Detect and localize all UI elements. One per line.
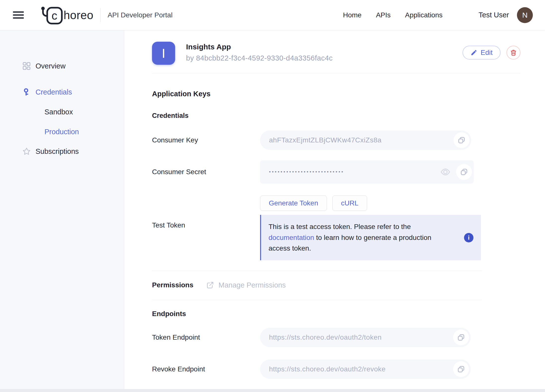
test-token-row: Test Token This is a test access token. …: [152, 215, 520, 260]
revoke-endpoint-label: Revoke Endpoint: [152, 365, 260, 373]
header-divider: [100, 8, 101, 22]
section-divider: [152, 73, 520, 73]
copy-icon: [458, 136, 465, 144]
consumer-key-label: Consumer Key: [152, 136, 260, 144]
key-icon: [22, 88, 31, 96]
consumer-key-row: Consumer Key ahFTazxEjmtZLBjCWKw47CxiZs8…: [152, 131, 520, 150]
manage-permissions-link[interactable]: Manage Permissions: [206, 281, 286, 289]
user-menu[interactable]: Test User N: [479, 7, 533, 23]
sidebar-item-credentials[interactable]: Credentials: [0, 85, 124, 99]
token-endpoint-row: Token Endpoint https://sts.choreo.dev/oa…: [152, 328, 520, 347]
nav-item-applications[interactable]: Applications: [405, 11, 443, 19]
app-header: I Insights App by 84bcbb22-f3c4-4592-933…: [152, 42, 520, 65]
edit-button[interactable]: Edit: [463, 46, 501, 60]
sidebar-item-production[interactable]: Production: [0, 124, 124, 139]
sidebar-item-label: Credentials: [36, 88, 72, 96]
revoke-endpoint-field: https://sts.choreo.dev/oauth2/revoke: [260, 359, 471, 379]
endpoints-title: Endpoints: [152, 310, 520, 318]
sidebar-item-label: Production: [44, 128, 79, 136]
token-endpoint-field: https://sts.choreo.dev/oauth2/token: [260, 328, 471, 347]
permissions-title: Permissions: [152, 281, 194, 289]
token-actions: Generate Token cURL: [260, 196, 520, 211]
token-endpoint-value: https://sts.choreo.dev/oauth2/token: [269, 333, 382, 341]
sidebar: Overview Credentials Sandbox Production: [0, 30, 124, 389]
svg-text:c: c: [52, 9, 57, 22]
hamburger-menu-icon[interactable]: [13, 10, 24, 20]
sidebar-item-label: Subscriptions: [36, 147, 79, 156]
test-token-info-box: This is a test access token. Please refe…: [260, 215, 481, 260]
credentials-title: Credentials: [152, 112, 520, 120]
consumer-secret-masked-value: ••••••••••••••••••••••••••: [269, 169, 344, 175]
application-keys-title: Application Keys: [152, 90, 520, 98]
nav-item-apis[interactable]: APIs: [376, 11, 390, 19]
show-secret-button[interactable]: [440, 166, 451, 177]
app-icon: I: [152, 42, 175, 65]
test-token-label: Test Token: [152, 215, 260, 229]
info-icon: i: [464, 233, 473, 242]
choreo-logo-mark: c: [40, 5, 63, 25]
main-content: I Insights App by 84bcbb22-f3c4-4592-933…: [124, 30, 545, 389]
portal-title: API Developer Portal: [108, 11, 172, 19]
sidebar-item-subscriptions[interactable]: Subscriptions: [0, 144, 124, 159]
edit-button-label: Edit: [481, 49, 493, 57]
section-divider: [152, 271, 482, 271]
star-icon: [22, 147, 31, 156]
app-name: Insights App: [186, 43, 333, 51]
test-token-message: This is a test access token. Please refe…: [269, 223, 411, 230]
pencil-icon: [470, 49, 477, 56]
nav-item-home[interactable]: Home: [343, 11, 362, 19]
sidebar-item-overview[interactable]: Overview: [0, 59, 124, 73]
sidebar-item-label: Sandbox: [44, 108, 73, 116]
app-owner: by 84bcbb22-f3c4-4592-9330-d4a3356fac4c: [186, 54, 333, 62]
generate-token-button[interactable]: Generate Token: [260, 196, 327, 211]
token-endpoint-label: Token Endpoint: [152, 333, 260, 341]
copy-revoke-endpoint-button[interactable]: [453, 361, 469, 377]
consumer-secret-row: Consumer Secret ••••••••••••••••••••••••…: [152, 160, 520, 184]
curl-button[interactable]: cURL: [332, 196, 367, 211]
delete-button[interactable]: [506, 46, 520, 60]
consumer-secret-label: Consumer Secret: [152, 168, 260, 176]
top-nav: Home APIs Applications: [343, 11, 443, 19]
top-header: c horeo API Developer Portal Home APIs A…: [0, 0, 545, 30]
copy-icon: [457, 365, 465, 373]
revoke-endpoint-value: https://sts.choreo.dev/oauth2/revoke: [269, 365, 386, 373]
copy-consumer-key-button[interactable]: [454, 132, 469, 148]
eye-icon: [440, 167, 451, 177]
permissions-row: Permissions Manage Permissions: [152, 281, 520, 289]
copy-token-endpoint-button[interactable]: [453, 329, 469, 345]
manage-permissions-label: Manage Permissions: [219, 281, 286, 289]
user-name: Test User: [479, 11, 509, 19]
sidebar-item-label: Overview: [36, 62, 66, 70]
copy-icon: [460, 168, 468, 176]
external-link-icon: [206, 281, 214, 289]
choreo-logo[interactable]: c horeo: [40, 5, 93, 25]
avatar[interactable]: N: [517, 7, 533, 23]
consumer-key-field: ahFTazxEjmtZLBjCWKw47CxiZs8a: [260, 131, 471, 150]
documentation-link[interactable]: documentation: [269, 234, 314, 241]
consumer-key-value: ahFTazxEjmtZLBjCWKw47CxiZs8a: [269, 136, 382, 144]
copy-consumer-secret-button[interactable]: [456, 164, 472, 180]
revoke-endpoint-row: Revoke Endpoint https://sts.choreo.dev/o…: [152, 359, 520, 379]
copy-icon: [457, 334, 465, 341]
section-divider: [152, 300, 482, 300]
trash-icon: [510, 49, 517, 56]
choreo-logo-text: horeo: [64, 8, 93, 22]
grid-icon: [22, 62, 31, 70]
sidebar-item-sandbox[interactable]: Sandbox: [0, 104, 124, 119]
consumer-secret-field: ••••••••••••••••••••••••••: [260, 160, 474, 184]
